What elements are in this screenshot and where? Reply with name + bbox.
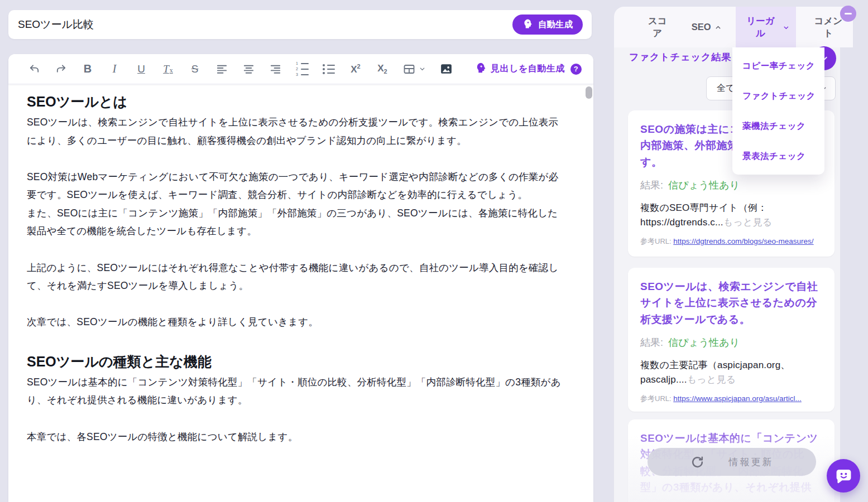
ai-head-icon — [522, 18, 533, 31]
refresh-info-button[interactable]: 情報更新 — [648, 448, 816, 476]
redo-button[interactable] — [47, 59, 74, 80]
align-left-button[interactable] — [208, 59, 235, 80]
table-icon — [402, 62, 416, 76]
doc-heading: SEOツールとは — [27, 91, 568, 112]
result-value: 信ぴょう性あり — [668, 178, 740, 192]
align-center-icon — [242, 62, 255, 75]
reference-row: 参考URL: https://www.aspicjapan.org/asu/ar… — [640, 394, 822, 404]
editor-card: B I U Tx S 1 2 3 — [8, 54, 593, 502]
doc-paragraph: SEOツールは基本的に「コンテンツ対策特化型」「サイト・順位の比較、分析特化型」… — [27, 373, 568, 409]
bold-button[interactable]: B — [74, 59, 101, 80]
align-right-icon — [269, 62, 282, 75]
refresh-info-label: 情報更新 — [729, 456, 774, 469]
editor-toolbar: B I U Tx S 1 2 3 — [8, 54, 593, 84]
document-title-bar: SEOツール比較 自動生成 — [8, 10, 592, 39]
image-icon — [439, 62, 453, 76]
tab-seo[interactable]: SEO — [685, 7, 728, 47]
bullet-list-button[interactable] — [315, 59, 342, 80]
chevron-down-icon — [783, 24, 790, 31]
result-label: 結果: — [640, 178, 663, 192]
generate-headings-button[interactable]: 見出しを自動生成 — [475, 62, 565, 76]
doc-heading: SEOツールの種類と主な機能 — [27, 351, 568, 371]
doc-paragraph: SEOツールは、検索エンジンで自社サイトを上位に表示させるための分析支援ツールで… — [27, 113, 568, 149]
insert-table-button[interactable] — [396, 59, 433, 80]
refresh-icon — [690, 455, 704, 469]
reference-label: 参考URL: — [640, 394, 672, 403]
strikethrough-button[interactable]: S — [181, 59, 208, 80]
legal-dropdown-menu: コピー率チェック ファクトチェック 薬機法チェック 景表法チェック — [732, 47, 824, 175]
doc-paragraph: 本章では、各SEOツールの特徴と機能について解説します。 — [27, 428, 568, 446]
editor-content[interactable]: SEOツールとは SEOツールは、検索エンジンで自社サイトを上位に表示させるため… — [8, 84, 593, 446]
minimize-panel-button[interactable] — [840, 6, 856, 22]
menu-item-pharma-law-check[interactable]: 薬機法チェック — [732, 111, 824, 141]
clear-format-button[interactable]: Tx — [155, 59, 181, 80]
result-label: 結果: — [640, 336, 663, 349]
side-panel-tabs: スコア SEO リーガル コメント — [614, 7, 853, 47]
underline-button[interactable]: U — [128, 59, 155, 80]
fact-check-heading: ファクトチェック結果 — [629, 51, 731, 64]
ai-head-icon — [475, 62, 487, 76]
claim-text: SEOツールは、検索エンジンで自社サイトを上位に表示させるための分析支援ツールで… — [640, 278, 822, 327]
tab-legal-label: リーガル — [742, 15, 779, 40]
chat-smiley-icon — [835, 467, 852, 485]
insert-image-button[interactable] — [433, 59, 459, 80]
tab-legal[interactable]: リーガル — [736, 7, 795, 47]
italic-icon: I — [113, 62, 117, 76]
reference-link[interactable]: https://dgtrends.com/blogs/seo-measures/ — [673, 237, 813, 245]
editor-scrollbar[interactable] — [586, 86, 592, 99]
superscript-button[interactable]: X2 — [342, 59, 369, 80]
help-icon[interactable]: ? — [570, 64, 582, 75]
clear-format-icon: Tx — [163, 63, 173, 75]
tab-score-label: スコア — [644, 15, 672, 40]
evidence-text: 複数のSEO専門サイト（例：https://dgtrends.c...もっと見る — [640, 201, 822, 229]
bold-icon: B — [84, 62, 92, 75]
auto-generate-button[interactable]: 自動生成 — [512, 15, 583, 35]
minus-icon — [845, 13, 852, 15]
reference-row: 参考URL: https://dgtrends.com/blogs/seo-me… — [640, 236, 822, 247]
reference-link[interactable]: https://www.aspicjapan.org/asu/articl... — [673, 394, 802, 403]
fact-check-card: SEOツールは、検索エンジンで自社サイトを上位に表示させるための分析支援ツールで… — [628, 268, 835, 412]
italic-button[interactable]: I — [101, 59, 128, 80]
chat-support-button[interactable] — [827, 459, 860, 493]
menu-item-labeling-law-check[interactable]: 景表法チェック — [732, 141, 824, 171]
doc-paragraph: 次章では、SEOツールの機能と種類をより詳しく見ていきます。 — [27, 313, 568, 331]
show-more-link[interactable]: もっと見る — [687, 374, 736, 385]
document-title-input[interactable]: SEOツール比較 — [18, 17, 512, 32]
doc-paragraph: 上記のように、SEOツールにはそれぞれ得意なことや付帯する機能に違いがあるので、… — [27, 259, 568, 295]
ordered-list-icon: 1 2 3 — [295, 61, 309, 76]
doc-paragraph: SEO対策はWebマーケティングにおいて不可欠な施策の一つであり、キーワード選定… — [27, 168, 568, 240]
subscript-button[interactable]: X2 — [369, 59, 396, 80]
tab-seo-label: SEO — [692, 22, 711, 32]
undo-button[interactable] — [21, 59, 47, 80]
tab-score[interactable]: スコア — [637, 7, 678, 47]
align-center-button[interactable] — [235, 59, 262, 80]
generate-headings-label: 見出しを自動生成 — [491, 63, 565, 75]
result-value: 信ぴょう性あり — [668, 336, 740, 349]
menu-item-copy-rate-check[interactable]: コピー率チェック — [732, 51, 824, 81]
underline-icon: U — [137, 63, 145, 75]
subscript-icon: X2 — [377, 63, 387, 75]
align-left-icon — [215, 62, 228, 75]
strikethrough-icon: S — [191, 63, 199, 75]
bullet-list-icon — [323, 64, 335, 74]
evidence-text: 複数の主要記事（aspicjapan.org、pascaljp....もっと見る — [640, 358, 822, 387]
superscript-icon: X2 — [351, 63, 360, 75]
reference-label: 参考URL: — [640, 237, 672, 245]
chevron-down-icon — [419, 65, 426, 73]
auto-generate-label: 自動生成 — [538, 19, 573, 31]
align-right-button[interactable] — [262, 59, 289, 80]
chevron-up-icon — [714, 24, 722, 31]
menu-item-fact-check[interactable]: ファクトチェック — [732, 81, 824, 111]
show-more-link[interactable]: もっと見る — [723, 217, 773, 228]
ordered-list-button[interactable]: 1 2 3 — [289, 59, 315, 80]
